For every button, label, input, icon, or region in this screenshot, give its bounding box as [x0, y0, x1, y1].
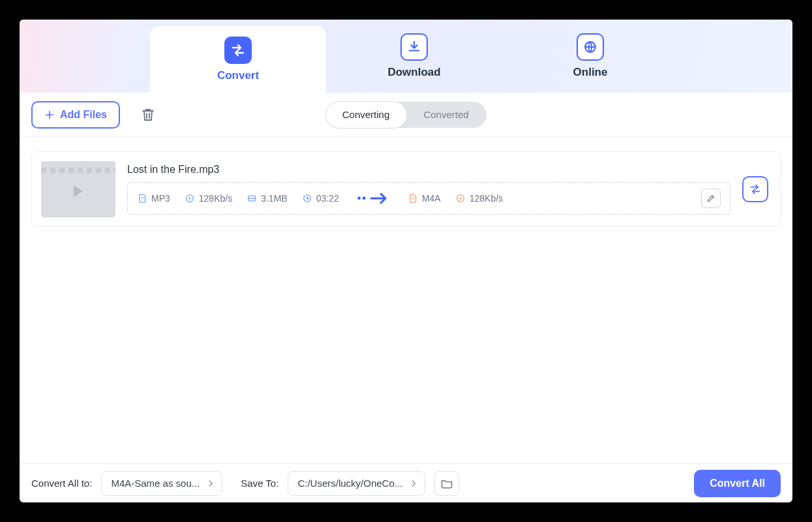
add-files-button[interactable]: Add Files [31, 101, 120, 129]
edit-icon [706, 193, 716, 204]
save-to-label: Save To: [241, 478, 278, 489]
disc-icon [185, 193, 195, 204]
top-nav: Convert Download Online [20, 20, 792, 93]
tab-online-label: Online [573, 66, 608, 79]
clock-icon [302, 193, 312, 204]
swap-icon [749, 183, 762, 196]
file-main: Lost in the Fire.mp3 MP3 128Kb/s 3.1MB [127, 164, 730, 215]
file-item: Lost in the Fire.mp3 MP3 128Kb/s 3.1MB [31, 151, 781, 227]
disc-icon [455, 193, 466, 204]
save-to-value: C:/Users/lucky/OneCo... [297, 478, 402, 489]
source-bitrate: 128Kb/s [185, 193, 232, 204]
convert-all-to-select[interactable]: M4A-Same as sou... [101, 471, 222, 496]
chevron-right-icon [206, 479, 215, 488]
folder-icon [440, 477, 453, 490]
file-list: Lost in the Fire.mp3 MP3 128Kb/s 3.1MB [20, 137, 792, 463]
download-icon [400, 33, 428, 61]
convert-item-button[interactable] [742, 176, 768, 202]
convert-all-button[interactable]: Convert All [694, 470, 781, 497]
arrow-icon: •• [357, 192, 389, 204]
delete-button[interactable] [138, 105, 158, 125]
open-folder-button[interactable] [434, 471, 459, 496]
target-bitrate: 128Kb/s [455, 193, 503, 204]
svg-point-2 [188, 198, 190, 200]
convert-all-to-value: M4A-Same as sou... [111, 478, 200, 489]
tab-download-label: Download [387, 66, 440, 79]
convert-icon [224, 37, 252, 64]
add-files-label: Add Files [60, 109, 107, 121]
status-segmented-control: Converting Converted [326, 102, 487, 128]
play-icon [74, 185, 83, 197]
tab-online[interactable]: Online [502, 20, 678, 93]
app-window: Convert Download Online Add [20, 20, 792, 502]
file-properties: MP3 128Kb/s 3.1MB 03:22 • [127, 182, 730, 215]
chevron-right-icon [409, 479, 418, 488]
svg-point-6 [459, 198, 461, 200]
file-audio-icon [408, 193, 418, 204]
tab-download[interactable]: Download [326, 20, 502, 93]
file-name: Lost in the Fire.mp3 [127, 164, 730, 176]
save-to-select[interactable]: C:/Users/lucky/OneCo... [288, 471, 425, 496]
plus-icon [44, 110, 55, 120]
file-thumbnail[interactable] [41, 161, 115, 217]
file-size: 3.1MB [247, 193, 287, 204]
trash-icon [140, 106, 156, 123]
online-icon [577, 33, 604, 61]
convert-all-to-label: Convert All to: [31, 478, 92, 489]
storage-icon [247, 193, 257, 204]
target-format: M4A [408, 193, 441, 204]
file-audio-icon [137, 193, 147, 204]
tab-convert[interactable]: Convert [150, 26, 326, 93]
segment-converted[interactable]: Converted [406, 102, 487, 128]
tab-convert-label: Convert [217, 69, 259, 82]
edit-output-button[interactable] [701, 189, 721, 208]
bottom-bar: Convert All to: M4A-Same as sou... Save … [20, 463, 792, 502]
source-format: MP3 [137, 193, 170, 204]
segment-converting[interactable]: Converting [326, 102, 406, 128]
duration: 03:22 [302, 193, 339, 204]
toolbar: Add Files Converting Converted [20, 93, 792, 137]
